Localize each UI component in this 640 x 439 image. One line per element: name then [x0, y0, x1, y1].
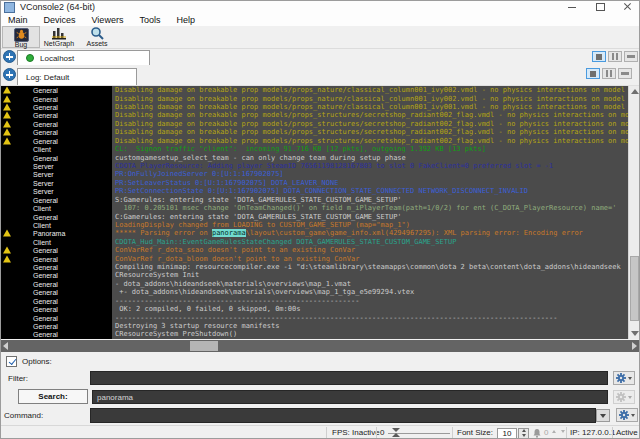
- alert-next-icon[interactable]: [561, 430, 565, 433]
- log-row[interactable]: GeneralDestroying 3 startup resource man…: [0, 322, 628, 330]
- minimize-button[interactable]: [566, 1, 578, 13]
- tab-localhost[interactable]: Localhost: [17, 50, 150, 65]
- warning-icon: [3, 112, 11, 119]
- log-channel-cell: Server: [0, 162, 112, 170]
- log-row[interactable]: GeneralDisabling damage on breakable pro…: [0, 137, 628, 145]
- log-horizontal-scrollbar[interactable]: [0, 340, 640, 352]
- options-checkbox[interactable]: [6, 356, 17, 367]
- log-channel-label: General: [33, 247, 58, 254]
- scroll-left-icon[interactable]: [3, 342, 8, 350]
- layout-collapse-button[interactable]: [624, 51, 638, 62]
- search-input[interactable]: panorama: [92, 390, 608, 404]
- command-settings-button[interactable]: [616, 408, 638, 422]
- alert-prev-icon[interactable]: [552, 430, 556, 433]
- assets-icon: [90, 27, 104, 40]
- scroll-down-icon[interactable]: [631, 331, 639, 336]
- font-size-down-icon[interactable]: [522, 434, 526, 437]
- log-row[interactable]: General- dota_addons\hideandseek\materia…: [0, 280, 628, 288]
- bug-button-label: Bug: [15, 41, 27, 49]
- menu-main[interactable]: Main: [0, 14, 36, 26]
- log-row[interactable]: Panorama***** Parsing error on panorama\…: [0, 229, 628, 237]
- log-row[interactable]: GeneralDisabling damage on breakable pro…: [0, 120, 628, 128]
- filter-input[interactable]: [90, 371, 608, 385]
- log-message: +- dota_addons\hideandseek\materials\ove…: [112, 288, 628, 296]
- menu-help[interactable]: Help: [168, 14, 203, 26]
- add-connection-icon[interactable]: [3, 50, 16, 63]
- log-channel-cell: General: [0, 128, 112, 136]
- log-message: ----------------------------------------…: [112, 297, 628, 305]
- log-message: Destroying 3 startup resource manifests: [112, 322, 628, 330]
- tab-log-default-label: Log: Default: [26, 73, 69, 82]
- add-log-icon[interactable]: [3, 68, 16, 81]
- log-row[interactable]: ServerPR:OnFullyJoinedServer 0:[U:1:1679…: [0, 170, 628, 178]
- log-channel-cell: Client: [0, 221, 112, 229]
- log-channel-label: General: [33, 154, 58, 161]
- log-tabbar: Log: Default: [0, 65, 640, 86]
- menu-viewers[interactable]: Viewers: [84, 14, 132, 26]
- log-layout-collapse-button[interactable]: [618, 68, 632, 79]
- log-row[interactable]: ServerPR:SetConnectionState 0:[U:1:16790…: [0, 187, 628, 195]
- log-row[interactable]: ClientCL: Signon traffic "client": incom…: [0, 145, 628, 153]
- log-vertical-scrollbar[interactable]: [628, 86, 640, 339]
- log-channel-label: General: [33, 213, 58, 220]
- menu-tools[interactable]: Tools: [131, 14, 168, 26]
- log-row[interactable]: General OK: 2 compiled, 0 failed, 0 skip…: [0, 305, 628, 313]
- vertical-scroll-thumb[interactable]: [630, 256, 639, 321]
- log-channel-label: Client: [33, 238, 51, 245]
- netgraph-button[interactable]: NetGraph: [40, 26, 78, 48]
- assets-button[interactable]: Assets: [78, 26, 116, 48]
- log-row[interactable]: Generalcustomgamesetup_select_team - can…: [0, 153, 628, 161]
- log-row[interactable]: GeneralDisabling damage on breakable pro…: [0, 103, 628, 111]
- log-row[interactable]: GeneralCResourceSystem Init: [0, 271, 628, 279]
- maximize-button[interactable]: [594, 1, 606, 13]
- log-row[interactable]: ClientLoadingDisplay changed from LOADIN…: [0, 221, 628, 229]
- horizontal-scroll-thumb[interactable]: [190, 341, 218, 351]
- search-button[interactable]: Search:: [18, 389, 88, 404]
- log-row[interactable]: GeneralDisabling damage on breakable pro…: [0, 94, 628, 102]
- command-input[interactable]: [90, 408, 596, 423]
- log-row[interactable]: ServerPR:SetLeaverStatus 0:[U:1:16790207…: [0, 179, 628, 187]
- log-message: Disabling damage on breakable prop model…: [112, 137, 628, 145]
- log-layout-split-button[interactable]: [602, 68, 616, 79]
- font-size-stepper[interactable]: [518, 428, 529, 439]
- log-row[interactable]: GeneralConVarRef r_dota_ssao doesn't poi…: [0, 246, 628, 254]
- log-row[interactable]: Client 107: 0.205101 msec change 'OnTeam…: [0, 204, 628, 212]
- close-button[interactable]: [622, 1, 634, 13]
- fps-slider-value: 0: [380, 428, 384, 437]
- log-row[interactable]: GeneralS:Gamerules: entering state 'DOTA…: [0, 195, 628, 203]
- log-channel-cell: Client: [0, 145, 112, 153]
- log-message: C:Gamerules: entering state 'DOTA_GAMERU…: [112, 213, 628, 221]
- log-message: PR:OnFullyJoinedServer 0:[U:1:167902075]: [112, 170, 628, 178]
- log-row[interactable]: GeneralDisabling damage on breakable pro…: [0, 86, 628, 94]
- log-row[interactable]: General---------------------------------…: [0, 297, 628, 305]
- menu-devices[interactable]: Devices: [36, 14, 84, 26]
- log-row[interactable]: ClientCDOTA_Hud_Main::EventGameRulesStat…: [0, 238, 628, 246]
- log-message: Compiling minimap: resourcecompiler.exe …: [112, 263, 628, 271]
- layout-split-button[interactable]: [608, 51, 622, 62]
- log-row[interactable]: GeneralC:Gamerules: entering state 'DOTA…: [0, 212, 628, 220]
- log-row[interactable]: ServerCDOTA_PlayerResource: Adding playe…: [0, 162, 628, 170]
- tab-log-default[interactable]: Log: Default: [17, 68, 137, 85]
- log-row[interactable]: General +- dota_addons\hideandseek\mater…: [0, 288, 628, 296]
- bug-button[interactable]: Bug: [2, 26, 40, 48]
- log-layout-single-button[interactable]: [586, 68, 600, 79]
- search-settings-button[interactable]: [613, 390, 635, 404]
- filter-settings-button[interactable]: [613, 371, 635, 385]
- log-channel-cell: General: [0, 313, 112, 321]
- scroll-right-icon[interactable]: [632, 342, 637, 350]
- log-channel-cell: Client: [0, 204, 112, 212]
- layout-single-button[interactable]: [592, 51, 606, 62]
- menubar: Main Devices Viewers Tools Help: [0, 14, 640, 26]
- log-row[interactable]: GeneralCompiling minimap: resourcecompil…: [0, 263, 628, 271]
- log-row[interactable]: GeneralCResourceSystem PreShutdown(): [0, 330, 628, 338]
- log-row[interactable]: GeneralDisabling damage on breakable pro…: [0, 111, 628, 119]
- font-size-up-icon[interactable]: [522, 429, 526, 432]
- log-row[interactable]: General---------------------------------…: [0, 313, 628, 321]
- scroll-up-icon[interactable]: [631, 89, 639, 94]
- font-size-value[interactable]: 10: [497, 428, 517, 439]
- log-channel-label: Server: [33, 179, 54, 186]
- command-history-dropdown[interactable]: [596, 409, 610, 422]
- warning-icon: [3, 230, 11, 237]
- log-row[interactable]: GeneralDisabling damage on breakable pro…: [0, 128, 628, 136]
- log-row[interactable]: GeneralConVarRef r_dota_bloom doesn't po…: [0, 254, 628, 262]
